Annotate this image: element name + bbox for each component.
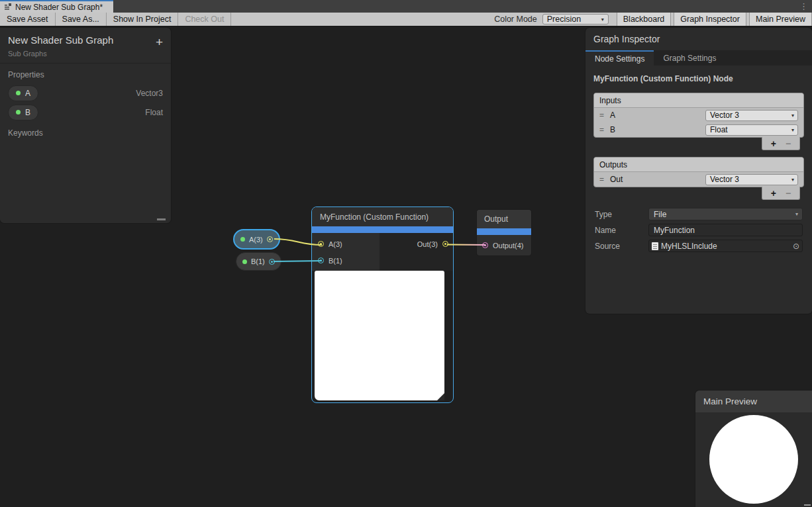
outputs-list: Outputs = Out Vector 3 ▾ bbox=[593, 157, 804, 187]
preview-resize-grip[interactable] bbox=[437, 393, 444, 400]
precision-color-band bbox=[477, 228, 531, 235]
preview-panel-resize-handle[interactable] bbox=[804, 504, 811, 506]
blackboard-resize-handle[interactable] bbox=[157, 218, 166, 220]
input-type-dropdown[interactable]: Vector 3 ▾ bbox=[705, 110, 798, 121]
main-preview-panel: Main Preview bbox=[695, 391, 812, 507]
property-dot-icon bbox=[240, 237, 245, 242]
node-title[interactable]: Output bbox=[477, 210, 531, 228]
input-type-dropdown[interactable]: Float ▾ bbox=[705, 124, 798, 136]
main-preview-title[interactable]: Main Preview bbox=[695, 391, 812, 412]
source-label: Source bbox=[595, 242, 648, 251]
node-ports: A(3) B(1) Out(3) bbox=[312, 233, 453, 271]
port-row-out[interactable]: Out(3) bbox=[380, 236, 453, 252]
check-out-button: Check Out bbox=[178, 13, 231, 26]
name-field-row: Name MyFunction bbox=[585, 224, 812, 236]
port-row-a[interactable]: A(3) bbox=[312, 236, 380, 252]
add-output-button[interactable]: + bbox=[771, 189, 776, 198]
keywords-section-label: Keywords bbox=[8, 128, 163, 138]
port-row-b[interactable]: B(1) bbox=[312, 252, 380, 269]
input-type-value: Vector 3 bbox=[710, 111, 739, 120]
object-picker-icon[interactable]: ⊙ bbox=[793, 242, 799, 251]
inputs-row-a[interactable]: = A Vector 3 ▾ bbox=[594, 108, 803, 122]
type-field-row: Type File ▾ bbox=[585, 208, 812, 220]
drag-handle-icon[interactable]: = bbox=[599, 111, 603, 120]
property-node-label: B(1) bbox=[251, 257, 265, 265]
source-object-field[interactable]: MyHLSLInclude ⊙ bbox=[648, 240, 803, 252]
save-asset-button[interactable]: Save Asset bbox=[0, 13, 56, 26]
node-preview bbox=[315, 271, 444, 400]
property-pill-b[interactable]: B bbox=[8, 105, 38, 120]
remove-input-button[interactable]: − bbox=[786, 139, 791, 148]
chevron-down-icon: ▾ bbox=[791, 177, 794, 183]
inspector-tabs: Node Settings Graph Settings bbox=[585, 50, 812, 66]
color-mode-value: Precision bbox=[547, 15, 581, 24]
output-type-dropdown[interactable]: Vector 3 ▾ bbox=[705, 174, 798, 185]
add-property-button[interactable]: + bbox=[156, 36, 163, 48]
property-dot-icon bbox=[16, 110, 21, 115]
blackboard-header[interactable]: New Shader Sub Graph Sub Graphs + bbox=[0, 28, 171, 64]
drag-handle-icon[interactable]: = bbox=[599, 175, 603, 184]
graph-inspector-toggle-button[interactable]: Graph Inspector bbox=[674, 13, 746, 26]
property-pill-a[interactable]: A bbox=[8, 85, 38, 101]
port-icon[interactable] bbox=[267, 236, 273, 242]
add-input-button[interactable]: + bbox=[771, 139, 776, 148]
tab-title: New Shader Sub Graph* bbox=[15, 3, 103, 12]
port-icon[interactable] bbox=[318, 257, 324, 263]
tab-node-settings[interactable]: Node Settings bbox=[585, 50, 654, 66]
outputs-list-header: Outputs bbox=[594, 158, 803, 172]
preview-sphere bbox=[709, 415, 798, 504]
blackboard-toggle-button[interactable]: Blackboard bbox=[617, 13, 672, 26]
graph-canvas[interactable]: A(3) B(1) MyFunction (Custom Function) A… bbox=[0, 26, 812, 507]
inputs-row-b[interactable]: = B Float ▾ bbox=[594, 122, 803, 137]
node-myfunction[interactable]: MyFunction (Custom Function) A(3) B(1) O… bbox=[311, 207, 454, 403]
type-value: File bbox=[654, 210, 666, 219]
kebab-menu-icon[interactable]: ⋮ bbox=[799, 1, 808, 12]
precision-color-band bbox=[312, 226, 453, 233]
function-fields: Type File ▾ Name MyFunction Source MyHLS… bbox=[585, 208, 812, 252]
tab-new-shader-sub-graph[interactable]: New Shader Sub Graph* bbox=[0, 0, 113, 13]
port-icon[interactable] bbox=[269, 259, 275, 265]
port-row-output[interactable]: Output(4) bbox=[477, 235, 531, 255]
input-ports-column: A(3) B(1) bbox=[312, 233, 380, 271]
graph-inspector-title[interactable]: Graph Inspector bbox=[585, 28, 812, 50]
chevron-down-icon: ▾ bbox=[601, 17, 604, 23]
main-preview-body bbox=[695, 412, 812, 507]
port-label: Output(4) bbox=[493, 242, 523, 250]
blackboard-subtitle: Sub Graphs bbox=[8, 50, 163, 58]
blackboard-title: New Shader Sub Graph bbox=[8, 34, 163, 46]
tab-graph-settings[interactable]: Graph Settings bbox=[654, 50, 725, 66]
port-icon[interactable] bbox=[442, 241, 448, 247]
node-title[interactable]: MyFunction (Custom Function) bbox=[312, 207, 453, 226]
inputs-list: Inputs = A Vector 3 ▾ = B Float ▾ bbox=[593, 93, 804, 138]
output-type-value: Vector 3 bbox=[710, 175, 739, 184]
property-name: A bbox=[25, 89, 30, 98]
blackboard-panel: New Shader Sub Graph Sub Graphs + Proper… bbox=[0, 28, 171, 223]
type-dropdown[interactable]: File ▾ bbox=[648, 208, 803, 220]
property-type: Float bbox=[145, 108, 163, 117]
main-preview-toggle-button[interactable]: Main Preview bbox=[749, 13, 812, 26]
port-label: Out(3) bbox=[417, 240, 438, 248]
property-name: B bbox=[25, 108, 30, 117]
node-output[interactable]: Output Output(4) bbox=[477, 210, 531, 255]
outputs-row-out[interactable]: = Out Vector 3 ▾ bbox=[594, 172, 803, 187]
color-mode-dropdown[interactable]: Precision ▾ bbox=[542, 14, 609, 24]
graph-inspector-panel: Graph Inspector Node Settings Graph Sett… bbox=[585, 28, 812, 314]
shader-graph-window: New Shader Sub Graph* ⋮ Save Asset Save … bbox=[0, 0, 812, 507]
show-in-project-button[interactable]: Show In Project bbox=[107, 13, 179, 26]
main-toolbar: Save Asset Save As... Show In Project Ch… bbox=[0, 13, 812, 26]
port-icon[interactable] bbox=[482, 242, 488, 248]
save-as-button[interactable]: Save As... bbox=[56, 13, 107, 26]
file-icon bbox=[652, 242, 658, 250]
inspected-node-title: MyFunction (Custom Function) Node bbox=[585, 66, 812, 93]
property-node-a[interactable]: A(3) bbox=[233, 229, 280, 250]
property-node-b[interactable]: B(1) bbox=[236, 252, 281, 271]
drag-handle-icon[interactable]: = bbox=[599, 125, 603, 134]
source-field-row: Source MyHLSLInclude ⊙ bbox=[585, 240, 812, 252]
type-label: Type bbox=[595, 210, 648, 219]
remove-output-button[interactable]: − bbox=[786, 189, 791, 198]
port-label: A(3) bbox=[329, 240, 342, 248]
port-icon[interactable] bbox=[318, 241, 324, 247]
port-label: B(1) bbox=[329, 257, 342, 265]
name-input[interactable]: MyFunction bbox=[648, 224, 803, 236]
chevron-down-icon: ▾ bbox=[791, 113, 794, 118]
